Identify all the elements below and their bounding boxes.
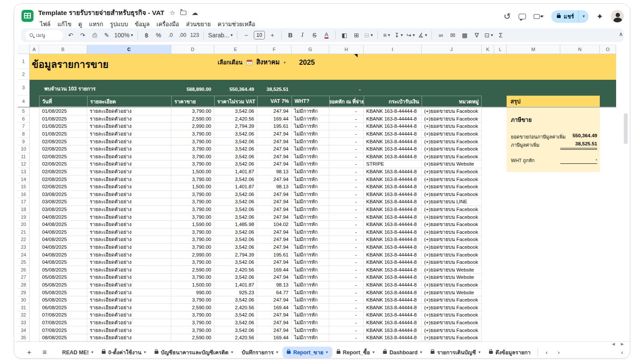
cell-A23[interactable] xyxy=(30,244,39,251)
cell-I27[interactable]: KBANK 163-8-44444-8 xyxy=(364,274,422,281)
cell-I33[interactable]: KBANK 163-8-44444-8 xyxy=(364,319,422,327)
header-wallet[interactable]: กระเป๋ารับเงิน xyxy=(364,96,422,107)
create-filter-icon[interactable]: ∇ xyxy=(472,30,481,40)
cloud-status-icon[interactable]: ☁ xyxy=(191,9,198,16)
cell-F22[interactable]: 247.94 xyxy=(257,236,292,244)
cell-D8[interactable]: 3,790.00 xyxy=(171,130,214,138)
decrease-font-icon[interactable]: − xyxy=(242,30,251,40)
cell-G21[interactable]: ไม่มีการหัก xyxy=(292,229,329,236)
cell-F21[interactable]: 247.94 xyxy=(257,229,292,236)
column-header-L[interactable]: L xyxy=(494,45,507,54)
cell-A26[interactable] xyxy=(30,266,39,274)
sheets-logo[interactable] xyxy=(21,9,34,22)
row-header-3[interactable]: 3 xyxy=(18,80,30,96)
cell-B10[interactable]: 02/08/2025 xyxy=(39,145,87,153)
row-header-19[interactable]: 19 xyxy=(18,213,30,221)
number-format-menu[interactable]: 123 xyxy=(190,30,199,40)
move-folder-icon[interactable] xyxy=(180,11,186,15)
cell-H19[interactable]: - xyxy=(329,213,364,221)
cell-C5[interactable]: รายละเอียดตัวอย่าง xyxy=(87,108,171,115)
cell-D23[interactable]: 3,790.00 xyxy=(171,244,214,251)
cell-J5[interactable]: (+)ยอดขายบน Facebook xyxy=(422,108,482,115)
cell-J33[interactable]: (+)ยอดขายบน Facebook xyxy=(422,319,482,327)
tab-รายการเดินบัญชี[interactable]: รายการเดินบัญชี▾ xyxy=(426,347,485,358)
cell-H26[interactable]: - xyxy=(329,266,364,274)
cell-D35[interactable]: 2,590.00 xyxy=(171,334,214,341)
cell-I28[interactable]: KBANK 163-8-44444-8 xyxy=(364,281,422,289)
row-header-9[interactable]: 9 xyxy=(18,138,30,145)
summary-item-value[interactable]: 38,525.51 xyxy=(575,141,597,146)
cell-J28[interactable]: (+)ยอดขายบน Facebook xyxy=(422,281,482,289)
cell-E11[interactable]: 3,542.06 xyxy=(214,153,257,161)
cell-F32[interactable]: 247.94 xyxy=(257,311,292,319)
cell-A29[interactable] xyxy=(30,289,39,296)
cell-J29[interactable]: (+)ยอดขายบน Website xyxy=(422,289,482,296)
gemini-sparkle-icon[interactable]: ✦ xyxy=(596,12,603,21)
cell-H32[interactable]: - xyxy=(329,311,364,319)
insert-comment-icon[interactable]: ✉ xyxy=(448,30,457,40)
column-header-O[interactable]: O xyxy=(600,45,616,54)
cell-E25[interactable]: 3,542.06 xyxy=(214,259,257,266)
cell-E16[interactable]: 3,542.06 xyxy=(214,191,257,199)
cell-C34[interactable]: รายละเอียดตัวอย่าง xyxy=(87,326,171,334)
row-header-29[interactable]: 29 xyxy=(18,289,30,296)
column-header-J[interactable]: J xyxy=(422,45,482,54)
cell-C17[interactable]: รายละเอียดตัวอย่าง xyxy=(87,198,171,206)
cell-B16[interactable]: 03/08/2025 xyxy=(39,191,87,199)
cell-H18[interactable]: - xyxy=(329,206,364,214)
cell-B6[interactable]: 01/08/2025 xyxy=(39,115,87,123)
cell-A32[interactable] xyxy=(30,311,39,319)
add-sheet-icon[interactable]: + xyxy=(27,349,31,356)
row-header-18[interactable]: 18 xyxy=(18,206,30,214)
cell-J6[interactable]: (+)ยอดขายบน Facebook xyxy=(422,115,482,123)
cell-E14[interactable]: 3,542.06 xyxy=(214,175,257,183)
cell-E31[interactable]: 2,420.56 xyxy=(214,304,257,311)
all-sheets-icon[interactable]: ≡ xyxy=(43,349,47,356)
cell-F27[interactable]: 247.94 xyxy=(257,274,292,281)
cell-F20[interactable]: 104.02 xyxy=(257,221,292,229)
cell-I31[interactable]: KBANK 163-8-44444-8 xyxy=(364,304,422,311)
tab-บัญชีธนาคารและบัญชีเครดิต[interactable]: บัญชีธนาคารและบัญชีเครดิต▾ xyxy=(150,347,237,358)
cell-B7[interactable]: 01/08/2025 xyxy=(39,123,87,130)
header-ex-vat[interactable]: ราคาไม่รวม VAT xyxy=(214,96,257,107)
percent-icon[interactable]: % xyxy=(154,30,163,40)
cell-I21[interactable]: KBANK 163-8-44444-8 xyxy=(364,229,422,236)
cell-G18[interactable]: ไม่มีการหัก xyxy=(292,206,329,214)
column-header-B[interactable]: B xyxy=(39,45,87,54)
cell-I32[interactable]: KBANK 163-8-44444-8 xyxy=(364,311,422,319)
summary-section-title[interactable]: ภาษีขาย xyxy=(511,115,532,124)
cell-A17[interactable] xyxy=(30,198,39,206)
cell-G26[interactable]: ไม่มีการหัก xyxy=(292,266,329,274)
cell-I22[interactable]: KBANK 163-8-44444-8 xyxy=(364,236,422,244)
cell-F17[interactable]: 247.94 xyxy=(257,198,292,206)
cell-E33[interactable]: 3,542.06 xyxy=(214,319,257,327)
cell-C22[interactable]: รายละเอียดตัวอย่าง xyxy=(87,236,171,244)
cell-H7[interactable]: - xyxy=(329,123,364,130)
cell-H25[interactable]: - xyxy=(329,259,364,266)
cell-F5[interactable]: 247.94 xyxy=(257,108,292,115)
cell-H28[interactable]: - xyxy=(329,281,364,289)
row-header-24[interactable]: 24 xyxy=(18,251,30,259)
total-vat[interactable]: 38,525.51 xyxy=(257,85,292,93)
cell-D11[interactable]: 3,790.00 xyxy=(171,153,214,161)
text-rotation-icon[interactable]: ∡▾ xyxy=(418,30,427,40)
cell-F34[interactable]: 247.94 xyxy=(257,326,292,334)
cell-I14[interactable]: KBANK 163-8-44444-8 xyxy=(364,175,422,183)
cell-E7[interactable]: 2,794.39 xyxy=(214,123,257,130)
cell-I17[interactable]: KBANK 163-8-44444-8 xyxy=(364,198,422,206)
cell-J18[interactable]: (+)ยอดขายบน Facebook xyxy=(422,206,482,214)
banner-row[interactable]: ข้อมูลรายการขาย เลือกเดือน สิงหาคม ▾ 202… xyxy=(30,54,616,80)
document-title[interactable]: Template รายรับรายจ่ายสำหรับธุรกิจ - VAT xyxy=(38,7,164,18)
tab-ดึงข้อมูลรายกา[interactable]: ดึงข้อมูลรายกา xyxy=(485,347,535,358)
header-withheld[interactable]: ยอดหัก ณ ที่จ่าย xyxy=(329,96,364,107)
cell-A27[interactable] xyxy=(30,274,39,281)
cell-A22[interactable] xyxy=(30,236,39,244)
row-header-27[interactable]: 27 xyxy=(18,274,30,281)
cell-F29[interactable]: 64.77 xyxy=(257,289,292,296)
cell-D7[interactable]: 2,990.00 xyxy=(171,123,214,130)
menus-search-button[interactable]: เมนู xyxy=(25,30,63,40)
cell-G9[interactable]: ไม่มีการหัก xyxy=(292,138,329,145)
cell-E19[interactable]: 3,542.06 xyxy=(214,213,257,221)
cell-G19[interactable]: ไม่มีการหัก xyxy=(292,213,329,221)
cell-A10[interactable] xyxy=(30,145,39,153)
